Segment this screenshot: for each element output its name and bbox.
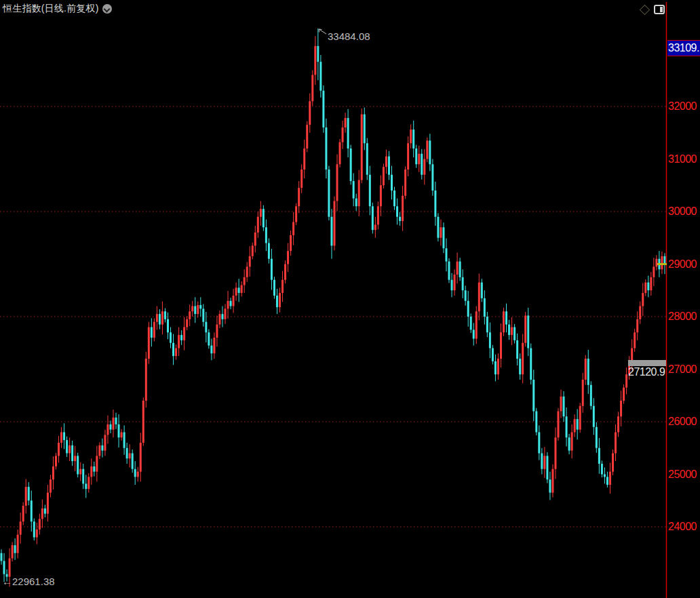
- candle-body: [52, 466, 54, 479]
- candle-body: [322, 91, 324, 127]
- candle-body: [14, 545, 16, 553]
- candle-body: [557, 412, 559, 438]
- candle-body: [279, 293, 281, 307]
- candle-body: [309, 101, 311, 125]
- candle-body: [60, 433, 62, 443]
- split-panel-icon[interactable]: [654, 5, 665, 14]
- candle-body: [88, 477, 90, 489]
- candle-body: [418, 154, 420, 165]
- candle-body: [601, 464, 603, 475]
- title-bar: 恒生指数(日线.前复权): [3, 2, 112, 16]
- candle-body: [298, 188, 300, 206]
- candle-body: [290, 235, 292, 251]
- candle-body: [347, 118, 349, 148]
- chevron-down-icon[interactable]: [102, 4, 112, 14]
- candle-body: [489, 332, 491, 348]
- last-price-marker-bar: [628, 360, 666, 366]
- candle-body: [164, 311, 166, 319]
- candle-body: [388, 157, 390, 175]
- candle-body: [145, 359, 147, 401]
- candle-body: [268, 243, 270, 259]
- candle-body: [210, 346, 212, 354]
- candle-body: [535, 412, 537, 433]
- candle-body: [399, 217, 401, 221]
- candle-body: [486, 317, 488, 332]
- candle-body: [650, 277, 652, 290]
- candle-body: [300, 170, 303, 188]
- candle-body: [17, 535, 19, 553]
- candle-body: [175, 348, 177, 357]
- candle-body: [494, 361, 497, 374]
- candle-body: [339, 142, 341, 165]
- candle-body: [585, 359, 587, 380]
- peak-arrow-icon: [319, 29, 326, 34]
- candle-body: [9, 559, 11, 577]
- candle-body: [342, 127, 344, 142]
- diamond-icon[interactable]: [640, 4, 650, 15]
- candle-body: [50, 479, 52, 492]
- candle-body: [156, 314, 158, 322]
- candle-body: [254, 233, 256, 245]
- candle-body: [241, 285, 243, 294]
- candle-body: [451, 280, 453, 291]
- candle-body: [159, 314, 161, 325]
- candle-body: [623, 388, 625, 401]
- candle-body: [172, 343, 174, 356]
- candle-body: [336, 164, 338, 201]
- candle-body: [58, 443, 60, 456]
- candle-body: [3, 561, 5, 574]
- candle-body: [221, 314, 223, 319]
- candle-body: [63, 433, 65, 441]
- candle-body: [590, 385, 592, 406]
- candle-body: [445, 248, 447, 261]
- candle-body: [287, 251, 289, 264]
- candle-body: [44, 509, 46, 514]
- candle-body: [262, 209, 265, 227]
- candle-body: [106, 424, 109, 435]
- candle-body: [186, 319, 188, 327]
- candle-body: [311, 75, 313, 102]
- candle-body: [431, 164, 433, 191]
- candle-body: [265, 227, 267, 243]
- candle-body: [132, 454, 134, 469]
- candle-body: [541, 454, 543, 469]
- candle-body: [22, 506, 24, 521]
- candle-body: [249, 256, 251, 267]
- candle-body: [604, 475, 606, 477]
- candle-body: [82, 469, 84, 484]
- candle-body: [393, 191, 395, 206]
- candle-body: [642, 293, 644, 306]
- candle-body: [511, 327, 513, 336]
- candle-body: [369, 175, 371, 207]
- candle-body: [284, 264, 286, 280]
- candle-body: [113, 418, 115, 430]
- candle-body: [202, 308, 204, 321]
- candle-body: [153, 322, 155, 338]
- candle-body: [361, 115, 363, 180]
- candle-body: [532, 380, 534, 412]
- candle-body: [39, 519, 41, 530]
- chart-window: 恒生指数(日线.前复权) 320003100030000290002800027…: [0, 0, 700, 598]
- candle-body: [598, 448, 600, 464]
- candle-body: [85, 483, 87, 489]
- candle-body: [292, 222, 294, 235]
- candle-body: [492, 348, 494, 361]
- candle-body: [442, 227, 444, 248]
- candle-body: [380, 185, 382, 206]
- candle-body: [551, 469, 553, 493]
- candle-body: [497, 359, 499, 374]
- candle-body: [617, 416, 619, 432]
- candle-body: [596, 427, 598, 448]
- candle-body: [577, 419, 579, 430]
- candle-body: [473, 330, 475, 338]
- candle-body: [625, 374, 627, 387]
- candle-body: [554, 437, 556, 469]
- candle-body: [1, 553, 3, 561]
- candle-body: [137, 472, 139, 477]
- candle-body: [225, 308, 227, 319]
- candle-body: [374, 224, 376, 230]
- candlestick-chart[interactable]: [0, 0, 700, 598]
- candle-body: [454, 275, 456, 290]
- candle-body: [218, 314, 220, 325]
- last-price-label: 27120.9: [628, 366, 669, 378]
